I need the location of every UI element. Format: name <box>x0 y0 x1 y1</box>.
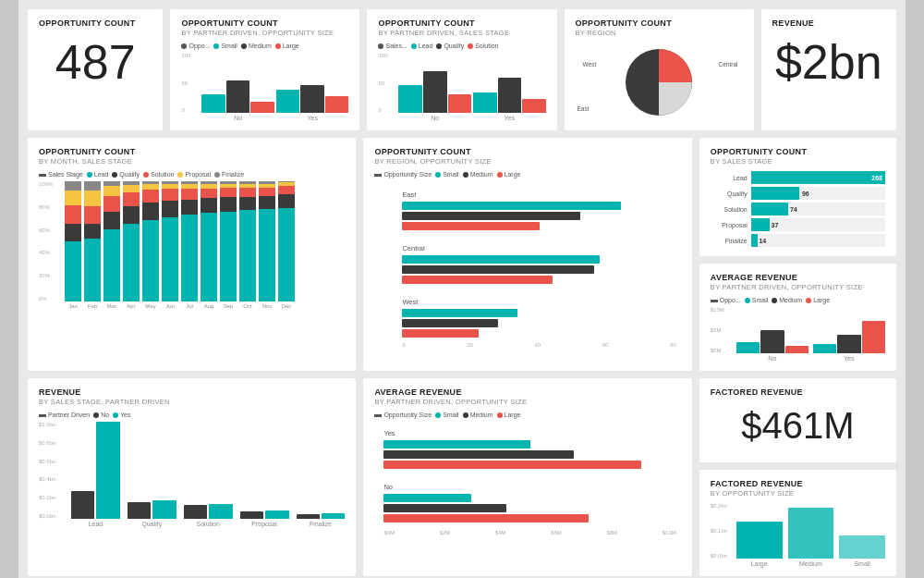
bar-aug <box>201 181 217 301</box>
card-opp-count-title: Opportunity Count <box>39 18 152 28</box>
bar-apr <box>123 181 140 301</box>
card-opp-region-size-title: Opportunity Count <box>374 147 680 156</box>
card-factored-rev-size: Factored Revenue BY OPPORTUNITY SIZE $0.… <box>699 470 896 576</box>
legend-item: Opportunity Size <box>374 412 432 418</box>
bar-mar <box>103 181 120 301</box>
card-avg-rev-partner-title: Average Revenue <box>374 387 680 397</box>
legend-item: Lead <box>411 43 433 49</box>
card-opp-count: Opportunity Count 487 <box>28 9 163 130</box>
legend-item: Large <box>275 43 299 49</box>
funnel-row-lead: Lead 268 <box>711 171 885 184</box>
funnel-row-solution: Solution 74 <box>711 203 885 215</box>
card-opp-region-size: Opportunity Count BY REGION, OPPORTUNITY… <box>363 138 691 371</box>
card-opp-region: Opportunity Count BY REGION Central West… <box>565 9 754 130</box>
card-opp-partner: Opportunity Count BY PARTNER DRIVEN, OPP… <box>170 9 359 130</box>
legend: Opportunity Size Small Medium Large <box>374 412 680 418</box>
card-factored-rev-title: Factored Revenue <box>711 387 885 397</box>
legend-item: Lead <box>87 171 109 178</box>
dashboard: Opportunity Count 487 Opportunity Count … <box>18 0 906 578</box>
hbar-group-west: West <box>402 298 675 338</box>
legend: Partner Driven No Yes <box>39 412 345 418</box>
card-opp-month-legend: Sales Stage Lead Qualify Solution Propos… <box>39 171 345 178</box>
card-revenue-value: $2bn <box>772 29 885 95</box>
card-factored-rev-value: $461M <box>711 398 885 453</box>
avg-rev-chart: $10M$5M$0M No Yes <box>711 307 885 362</box>
card-factored-rev: Factored Revenue $461M <box>699 378 896 462</box>
legend-item: Oppo... <box>181 43 210 49</box>
card-revenue-title: Revenue <box>772 18 885 28</box>
pie-chart: Central West East <box>576 43 743 121</box>
legend-item: Large <box>497 171 521 178</box>
card-avg-rev-partner: Average Revenue BY PARTNER DRIVEN, OPPOR… <box>363 378 691 576</box>
legend-item: Solution <box>143 171 174 178</box>
legend-item: Medium <box>772 297 802 303</box>
row-3: Revenue BY SALES STAGE, PARTNER DRIVEN P… <box>28 378 896 576</box>
funnel-row-qualify: Qualify 96 <box>711 187 885 200</box>
hbar-group-central: Central <box>402 244 675 284</box>
bar-oct <box>239 181 256 301</box>
legend-item: Medium <box>463 412 493 418</box>
hbar-group-east: East <box>402 191 675 230</box>
legend-item: Partner Driven <box>39 412 90 418</box>
card-opp-count-value: 487 <box>39 29 152 95</box>
bar-feb <box>84 181 101 301</box>
stacked-bars <box>39 181 345 301</box>
legend-item: Opportunity Size <box>374 171 432 178</box>
card-avg-rev-small-title: Average Revenue <box>711 273 885 282</box>
legend-item: Small <box>745 297 769 303</box>
legend-item: Medium <box>463 171 493 178</box>
x-axis: $0M $2M $4M $6M $8M $10M <box>383 530 675 535</box>
card-opp-partner-subtitle: BY PARTNER DRIVEN, OPPORTUNITY SIZE <box>181 29 348 37</box>
card-opp-month: Opportunity Count BY MONTH, SALES STAGE … <box>28 138 356 371</box>
card-rev-stage-subtitle: BY SALES STAGE, PARTNER DRIVEN <box>39 398 345 406</box>
legend-item: Finalize <box>214 171 244 178</box>
legend-item: Large <box>497 412 521 418</box>
card-opp-stage-legend: Sales... Lead Qualify Solution <box>378 43 545 49</box>
legend: Oppo... Small Medium Large <box>711 297 885 303</box>
funnel-chart: Lead 268 Qualify 96 So <box>711 171 885 247</box>
legend-item: Qualify <box>436 43 464 49</box>
card-opp-sales-stage: Opportunity Count BY SALES STAGE Lead 26… <box>699 138 896 256</box>
legend-item: Small <box>213 43 237 49</box>
legend-item: Yes <box>113 412 130 418</box>
card-opp-stage-title: Opportunity Count <box>378 18 545 28</box>
row-1: Opportunity Count 487 Opportunity Count … <box>28 9 896 130</box>
bar-nov <box>259 181 275 301</box>
funnel-row-finalize: Finalize 14 <box>711 234 885 247</box>
legend-item: Oppo... <box>711 297 741 303</box>
hbar-no: No <box>383 483 675 523</box>
bar-dec <box>278 181 295 301</box>
card-opp-region-subtitle: BY REGION <box>576 29 743 37</box>
card-factored-rev-size-subtitle: BY OPPORTUNITY SIZE <box>711 489 885 498</box>
card-avg-rev-small: Average Revenue BY PARTNER DRIVEN, OPPOR… <box>699 264 896 371</box>
bar-sep <box>220 181 237 301</box>
bar-jan <box>65 181 81 301</box>
card-opp-stage: Opportunity Count BY PARTNER DRIVEN, SAL… <box>367 9 556 130</box>
card-opp-region-size-subtitle: BY REGION, OPPORTUNITY SIZE <box>374 157 680 166</box>
x-axis-labels: 0 20 40 60 80 <box>402 342 675 348</box>
col-right-row3: Factored Revenue $461M Factored Revenue … <box>699 378 896 576</box>
stacked-bar-chart: 100% 80% 60% 40% 20% 0% <box>39 181 345 309</box>
row-2: Opportunity Count BY MONTH, SALES STAGE … <box>28 138 896 371</box>
legend-item: Sales Stage <box>39 171 83 178</box>
col-right-row2: Opportunity Count BY SALES STAGE Lead 26… <box>699 138 896 371</box>
bar-jun <box>162 181 178 301</box>
legend-item: No <box>93 412 109 418</box>
hbar-chart: East Central <box>374 181 680 348</box>
legend-item: Sales... <box>378 43 407 49</box>
hbar-yes: Yes <box>383 429 675 469</box>
card-opp-sales-stage-title: Opportunity Count <box>711 147 885 156</box>
factored-chart: $0.2bn$0.1bn$0.0bn Large Medium Small <box>711 503 885 567</box>
rev-stage-chart: $1.0bn$0.8bn$0.6bn$0.4bn$0.2bn$0.0bn Lea… <box>39 422 345 527</box>
card-factored-rev-size-title: Factored Revenue <box>711 479 885 488</box>
card-opp-partner-title: Opportunity Count <box>181 18 348 28</box>
legend-item: Large <box>806 297 830 303</box>
legend-item: Qualify <box>112 171 140 178</box>
card-avg-rev-small-subtitle: BY PARTNER DRIVEN, OPPORTUNITY SIZE <box>711 283 885 291</box>
funnel-row-proposal: Proposal 37 <box>711 218 885 231</box>
legend-item: Small <box>435 412 459 418</box>
card-avg-rev-partner-subtitle: BY PARTNER DRIVEN, OPPORTUNITY SIZE <box>374 398 680 406</box>
card-rev-stage: Revenue BY SALES STAGE, PARTNER DRIVEN P… <box>28 378 356 576</box>
card-opp-stage-subtitle: BY PARTNER DRIVEN, SALES STAGE <box>378 29 545 37</box>
card-revenue: Revenue $2bn <box>761 9 896 130</box>
